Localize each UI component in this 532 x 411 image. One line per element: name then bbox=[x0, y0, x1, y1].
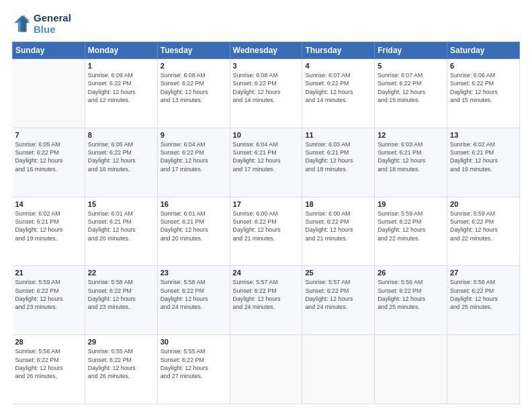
calendar-cell: 17Sunrise: 6:00 AMSunset: 6:22 PMDayligh… bbox=[230, 197, 302, 266]
day-number: 23 bbox=[161, 269, 227, 277]
cell-info: Sunrise: 5:55 AMSunset: 6:22 PMDaylight:… bbox=[88, 347, 154, 380]
calendar-table: SundayMondayTuesdayWednesdayThursdayFrid… bbox=[12, 42, 520, 404]
cell-info: Sunrise: 5:55 AMSunset: 6:22 PMDaylight:… bbox=[161, 347, 227, 380]
calendar-cell: 25Sunrise: 5:57 AMSunset: 6:22 PMDayligh… bbox=[302, 266, 375, 335]
cell-info: Sunrise: 6:00 AMSunset: 6:22 PMDaylight:… bbox=[305, 210, 371, 242]
day-number: 2 bbox=[161, 62, 227, 70]
cell-info: Sunrise: 6:03 AMSunset: 6:21 PMDaylight:… bbox=[378, 140, 444, 173]
logo-text: General Blue bbox=[34, 12, 71, 35]
calendar-body: 1Sunrise: 6:09 AMSunset: 6:22 PMDaylight… bbox=[13, 59, 520, 404]
day-number: 12 bbox=[378, 131, 444, 139]
cell-info: Sunrise: 5:58 AMSunset: 6:22 PMDaylight:… bbox=[88, 278, 154, 311]
cell-info: Sunrise: 6:07 AMSunset: 6:22 PMDaylight:… bbox=[305, 71, 371, 104]
calendar-cell: 22Sunrise: 5:58 AMSunset: 6:22 PMDayligh… bbox=[85, 266, 157, 335]
calendar-cell: 21Sunrise: 5:59 AMSunset: 6:22 PMDayligh… bbox=[13, 266, 85, 335]
header: General Blue bbox=[12, 12, 520, 35]
day-number: 21 bbox=[15, 269, 82, 277]
cell-info: Sunrise: 6:04 AMSunset: 6:22 PMDaylight:… bbox=[161, 140, 227, 173]
calendar-cell: 19Sunrise: 5:59 AMSunset: 6:22 PMDayligh… bbox=[375, 197, 447, 266]
calendar-header: SundayMondayTuesdayWednesdayThursdayFrid… bbox=[13, 42, 520, 59]
calendar-cell: 16Sunrise: 6:01 AMSunset: 6:21 PMDayligh… bbox=[157, 197, 230, 266]
day-number: 10 bbox=[233, 131, 300, 139]
calendar-cell bbox=[447, 335, 520, 404]
day-number: 1 bbox=[88, 62, 154, 70]
cell-info: Sunrise: 6:08 AMSunset: 6:22 PMDaylight:… bbox=[161, 71, 227, 104]
day-number: 4 bbox=[305, 62, 371, 70]
weekday-wednesday: Wednesday bbox=[230, 42, 302, 59]
calendar-cell: 12Sunrise: 6:03 AMSunset: 6:21 PMDayligh… bbox=[375, 128, 447, 197]
cell-info: Sunrise: 6:00 AMSunset: 6:22 PMDaylight:… bbox=[233, 210, 300, 242]
day-number: 30 bbox=[161, 338, 227, 346]
week-row-2: 7Sunrise: 6:05 AMSunset: 6:22 PMDaylight… bbox=[13, 128, 520, 197]
calendar-cell: 11Sunrise: 6:03 AMSunset: 6:21 PMDayligh… bbox=[302, 128, 375, 197]
calendar-cell: 29Sunrise: 5:55 AMSunset: 6:22 PMDayligh… bbox=[85, 335, 157, 404]
cell-info: Sunrise: 6:07 AMSunset: 6:22 PMDaylight:… bbox=[378, 71, 444, 104]
weekday-tuesday: Tuesday bbox=[157, 42, 230, 59]
cell-info: Sunrise: 5:59 AMSunset: 6:22 PMDaylight:… bbox=[15, 278, 82, 311]
calendar-cell: 8Sunrise: 6:05 AMSunset: 6:22 PMDaylight… bbox=[85, 128, 157, 197]
day-number: 22 bbox=[88, 269, 154, 277]
day-number: 6 bbox=[450, 62, 517, 70]
calendar-cell bbox=[375, 335, 447, 404]
day-number: 27 bbox=[450, 269, 517, 277]
calendar-cell: 3Sunrise: 6:08 AMSunset: 6:22 PMDaylight… bbox=[230, 59, 302, 128]
cell-info: Sunrise: 6:05 AMSunset: 6:22 PMDaylight:… bbox=[15, 140, 82, 173]
day-number: 16 bbox=[161, 200, 227, 208]
cell-info: Sunrise: 6:02 AMSunset: 6:21 PMDaylight:… bbox=[450, 140, 517, 173]
day-number: 3 bbox=[233, 62, 300, 70]
week-row-3: 14Sunrise: 6:02 AMSunset: 6:21 PMDayligh… bbox=[13, 197, 520, 266]
logo-icon bbox=[12, 14, 31, 33]
calendar-cell: 10Sunrise: 6:04 AMSunset: 6:21 PMDayligh… bbox=[230, 128, 302, 197]
day-number: 28 bbox=[15, 338, 82, 346]
cell-info: Sunrise: 5:59 AMSunset: 6:22 PMDaylight:… bbox=[378, 210, 444, 242]
calendar-cell: 15Sunrise: 6:01 AMSunset: 6:21 PMDayligh… bbox=[85, 197, 157, 266]
calendar-cell: 14Sunrise: 6:02 AMSunset: 6:21 PMDayligh… bbox=[13, 197, 85, 266]
calendar-cell: 20Sunrise: 5:59 AMSunset: 6:22 PMDayligh… bbox=[447, 197, 520, 266]
weekday-saturday: Saturday bbox=[447, 42, 520, 59]
cell-info: Sunrise: 5:56 AMSunset: 6:22 PMDaylight:… bbox=[378, 278, 444, 311]
cell-info: Sunrise: 6:01 AMSunset: 6:21 PMDaylight:… bbox=[88, 210, 154, 242]
calendar-cell: 4Sunrise: 6:07 AMSunset: 6:22 PMDaylight… bbox=[302, 59, 375, 128]
calendar-cell: 9Sunrise: 6:04 AMSunset: 6:22 PMDaylight… bbox=[157, 128, 230, 197]
cell-info: Sunrise: 6:03 AMSunset: 6:21 PMDaylight:… bbox=[305, 140, 371, 173]
calendar-cell: 26Sunrise: 5:56 AMSunset: 6:22 PMDayligh… bbox=[375, 266, 447, 335]
day-number: 25 bbox=[305, 269, 371, 277]
day-number: 19 bbox=[378, 200, 444, 208]
calendar-cell: 1Sunrise: 6:09 AMSunset: 6:22 PMDaylight… bbox=[85, 59, 157, 128]
day-number: 5 bbox=[378, 62, 444, 70]
week-row-1: 1Sunrise: 6:09 AMSunset: 6:22 PMDaylight… bbox=[13, 59, 520, 128]
calendar-cell: 30Sunrise: 5:55 AMSunset: 6:22 PMDayligh… bbox=[157, 335, 230, 404]
calendar-cell: 13Sunrise: 6:02 AMSunset: 6:21 PMDayligh… bbox=[447, 128, 520, 197]
weekday-friday: Friday bbox=[375, 42, 447, 59]
day-number: 26 bbox=[378, 269, 444, 277]
calendar-cell bbox=[230, 335, 302, 404]
cell-info: Sunrise: 5:57 AMSunset: 6:22 PMDaylight:… bbox=[233, 278, 300, 311]
week-row-4: 21Sunrise: 5:59 AMSunset: 6:22 PMDayligh… bbox=[13, 266, 520, 335]
cell-info: Sunrise: 6:02 AMSunset: 6:21 PMDaylight:… bbox=[15, 210, 82, 242]
day-number: 9 bbox=[161, 131, 227, 139]
day-number: 17 bbox=[233, 200, 300, 208]
day-number: 18 bbox=[305, 200, 371, 208]
calendar-cell bbox=[302, 335, 375, 404]
day-number: 20 bbox=[450, 200, 517, 208]
calendar-cell: 28Sunrise: 5:56 AMSunset: 6:22 PMDayligh… bbox=[13, 335, 85, 404]
weekday-row: SundayMondayTuesdayWednesdayThursdayFrid… bbox=[13, 42, 520, 59]
calendar-cell: 27Sunrise: 5:56 AMSunset: 6:22 PMDayligh… bbox=[447, 266, 520, 335]
day-number: 15 bbox=[88, 200, 154, 208]
calendar-cell: 18Sunrise: 6:00 AMSunset: 6:22 PMDayligh… bbox=[302, 197, 375, 266]
calendar-cell: 5Sunrise: 6:07 AMSunset: 6:22 PMDaylight… bbox=[375, 59, 447, 128]
cell-info: Sunrise: 5:56 AMSunset: 6:22 PMDaylight:… bbox=[450, 278, 517, 311]
cell-info: Sunrise: 5:59 AMSunset: 6:22 PMDaylight:… bbox=[450, 210, 517, 242]
day-number: 14 bbox=[15, 200, 82, 208]
day-number: 8 bbox=[88, 131, 154, 139]
cell-info: Sunrise: 6:01 AMSunset: 6:21 PMDaylight:… bbox=[161, 210, 227, 242]
day-number: 29 bbox=[88, 338, 154, 346]
calendar-cell bbox=[13, 59, 85, 128]
cell-info: Sunrise: 5:56 AMSunset: 6:22 PMDaylight:… bbox=[15, 347, 82, 380]
cell-info: Sunrise: 5:57 AMSunset: 6:22 PMDaylight:… bbox=[305, 278, 371, 311]
cell-info: Sunrise: 6:05 AMSunset: 6:22 PMDaylight:… bbox=[88, 140, 154, 173]
weekday-monday: Monday bbox=[85, 42, 157, 59]
day-number: 7 bbox=[15, 131, 82, 139]
calendar-cell: 23Sunrise: 5:58 AMSunset: 6:22 PMDayligh… bbox=[157, 266, 230, 335]
calendar-cell: 6Sunrise: 6:06 AMSunset: 6:22 PMDaylight… bbox=[447, 59, 520, 128]
